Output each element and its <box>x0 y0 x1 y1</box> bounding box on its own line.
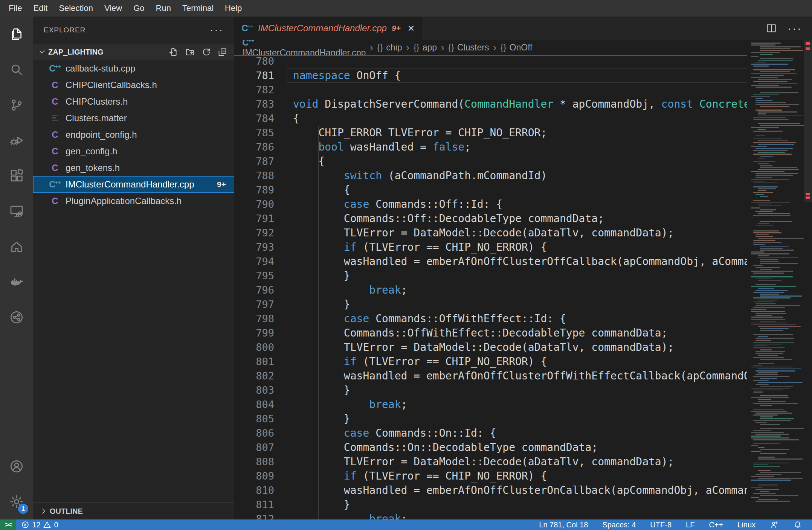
code-line-782[interactable]: 782 <box>234 83 747 97</box>
activity-search[interactable] <box>0 52 33 87</box>
code-line-808[interactable]: 808 TLVError = DataModel::Decode(aDataTl… <box>234 455 747 469</box>
file-item-gen-config-h[interactable]: Cgen_config.h <box>33 143 234 160</box>
file-item-callback-stub-cpp[interactable]: C++callback-stub.cpp <box>33 60 234 77</box>
menu-run[interactable]: Run <box>150 0 177 17</box>
code-line-795[interactable]: 795 } <box>234 269 747 283</box>
breadcrumb-item-1[interactable]: {} chip <box>377 43 402 53</box>
status-eol[interactable]: LF <box>686 521 694 529</box>
code-line-784[interactable]: 784{ <box>234 111 747 126</box>
code-line-804[interactable]: 804 break; <box>234 398 747 412</box>
status-encoding[interactable]: UTF-8 <box>650 521 672 529</box>
code-line-787[interactable]: 787 { <box>234 154 747 169</box>
remote-indicator[interactable]: >< <box>0 519 16 530</box>
activity-docker[interactable] <box>0 264 33 300</box>
menu-file[interactable]: File <box>3 0 27 17</box>
minimap[interactable] <box>747 40 804 519</box>
feedback-icon[interactable] <box>770 520 779 529</box>
code-line-789[interactable]: 789 { <box>234 183 747 197</box>
activity-source-control[interactable] <box>0 87 33 123</box>
file-item-pluginapplicationcallbacks-h[interactable]: CPluginApplicationCallbacks.h <box>33 193 234 209</box>
code-line-785[interactable]: 785 CHIP_ERROR TLVError = CHIP_NO_ERROR; <box>234 126 747 140</box>
menu-help[interactable]: Help <box>219 0 247 17</box>
line-number: 809 <box>234 469 287 483</box>
activity-remote-explorer[interactable] <box>0 193 33 229</box>
breadcrumb-item-2[interactable]: {} app <box>414 43 437 53</box>
code-line-788[interactable]: 788 switch (aCommandPath.mCommandId) <box>234 169 747 183</box>
breadcrumb-separator-icon: › <box>406 42 409 53</box>
menu-terminal[interactable]: Terminal <box>177 0 219 17</box>
activity-explorer[interactable] <box>0 17 33 52</box>
cpp-file-icon: C++ <box>242 23 253 34</box>
file-item-gen-tokens-h[interactable]: Cgen_tokens.h <box>33 160 234 176</box>
split-editor-icon[interactable] <box>766 23 777 34</box>
menu-edit[interactable]: Edit <box>27 0 53 17</box>
activity-home[interactable] <box>0 229 33 264</box>
menu-selection[interactable]: Selection <box>53 0 99 17</box>
code-line-794[interactable]: 794 wasHandled = emberAfOnOffClusterOffC… <box>234 254 747 269</box>
code-line-800[interactable]: 800 TLVError = DataModel::Decode(aDataTl… <box>234 340 747 355</box>
code-line-806[interactable]: 806 case Commands::On::Id: { <box>234 426 747 440</box>
activity-settings[interactable]: 1 <box>0 484 33 519</box>
code-line-809[interactable]: 809 if (TLVError == CHIP_NO_ERROR) { <box>234 469 747 483</box>
editor-more-actions-icon[interactable]: ··· <box>788 22 802 35</box>
code-line-783[interactable]: 783void DispatchServerCommand(CommandHan… <box>234 97 747 111</box>
code-line-780[interactable]: 780 <box>234 56 747 69</box>
refresh-icon[interactable] <box>201 47 211 57</box>
code-line-801[interactable]: 801 if (TLVError == CHIP_NO_ERROR) { <box>234 355 747 369</box>
code-line-803[interactable]: 803 } <box>234 383 747 398</box>
tab-close-icon[interactable]: × <box>408 23 415 34</box>
collapse-all-icon[interactable] <box>217 47 227 57</box>
activity-run-debug[interactable] <box>0 123 33 158</box>
code-line-786[interactable]: 786 bool wasHandled = false; <box>234 140 747 154</box>
code-line-799[interactable]: 799 Commands::OffWithEffect::DecodableTy… <box>234 326 747 340</box>
line-number: 805 <box>234 412 287 426</box>
menu-go[interactable]: Go <box>128 0 150 17</box>
code-line-792[interactable]: 792 TLVError = DataModel::Decode(aDataTl… <box>234 226 747 240</box>
file-item-chipclusters-h[interactable]: CCHIPClusters.h <box>33 93 234 110</box>
file-item-endpoint-config-h[interactable]: Cendpoint_config.h <box>33 126 234 143</box>
code-line-798[interactable]: 798 case Commands::OffWithEffect::Id: { <box>234 312 747 326</box>
activity-account[interactable] <box>0 449 33 484</box>
status-indentation[interactable]: Spaces: 4 <box>602 521 636 529</box>
code-line-791[interactable]: 791 Commands::Off::DecodableType command… <box>234 212 747 226</box>
tab-label: IMClusterCommandHandler.cpp <box>258 23 387 34</box>
file-item-chipclientcallbacks-h[interactable]: CCHIPClientCallbacks.h <box>33 77 234 93</box>
status-remote-os[interactable]: Linux <box>737 521 756 529</box>
new-file-icon[interactable] <box>169 47 179 57</box>
overview-ruler[interactable] <box>804 40 812 519</box>
code-line-812[interactable]: 812 break; <box>234 512 747 519</box>
activity-git-circle[interactable] <box>0 300 33 335</box>
status-cursor-position[interactable]: Ln 781, Col 18 <box>539 521 588 529</box>
folder-section-header[interactable]: ZAP_LIGHTING <box>33 44 234 60</box>
code-line-811[interactable]: 811 } <box>234 498 747 512</box>
new-folder-icon[interactable] <box>185 47 195 57</box>
code-line-797[interactable]: 797 } <box>234 297 747 312</box>
code-line-810[interactable]: 810 wasHandled = emberAfOnOffClusterOnCa… <box>234 483 747 498</box>
explorer-more-actions-icon[interactable]: ··· <box>210 28 224 32</box>
code-line-802[interactable]: 802 wasHandled = emberAfOnOffClusterOffW… <box>234 369 747 383</box>
activity-extensions[interactable] <box>0 158 33 193</box>
code-line-805[interactable]: 805 } <box>234 412 747 426</box>
outline-section-header[interactable]: OUTLINE <box>33 503 234 519</box>
code-area[interactable]: 780781namespace OnOff {782783void Dispat… <box>234 56 747 519</box>
tab-imclustercommandhandler[interactable]: C++ IMClusterCommandHandler.cpp 9+ × <box>234 17 422 40</box>
code-line-790[interactable]: 790 case Commands::Off::Id: { <box>234 197 747 212</box>
scrollbar-slider[interactable] <box>804 40 812 202</box>
breadcrumb-item-0[interactable]: C++ IMClusterCommandHandler.cpp <box>243 40 366 56</box>
breadcrumb-item-4[interactable]: {} OnOff <box>501 43 533 53</box>
tab-problems-badge: 9+ <box>392 24 401 33</box>
menu-view[interactable]: View <box>99 0 128 17</box>
symbol-namespace-icon: {} <box>414 43 419 52</box>
code-line-781[interactable]: 781namespace OnOff { <box>234 69 747 83</box>
code-line-796[interactable]: 796 break; <box>234 283 747 297</box>
notifications-bell-icon[interactable] <box>793 520 802 529</box>
code-line-793[interactable]: 793 if (TLVError == CHIP_NO_ERROR) { <box>234 240 747 254</box>
problems-status[interactable]: 12 0 <box>16 521 58 529</box>
status-language-mode[interactable]: C++ <box>709 521 723 529</box>
search-icon <box>9 62 24 77</box>
breadcrumb-item-3[interactable]: {} Clusters <box>448 43 489 53</box>
file-item-imclustercommandhandler-cpp[interactable]: C++IMClusterCommandHandler.cpp 9+ <box>33 176 234 193</box>
code-line-807[interactable]: 807 Commands::On::DecodableType commandD… <box>234 440 747 455</box>
explorer-title: EXPLORER <box>44 26 85 34</box>
file-item-clusters-matter[interactable]: Clusters.matter <box>33 110 234 126</box>
